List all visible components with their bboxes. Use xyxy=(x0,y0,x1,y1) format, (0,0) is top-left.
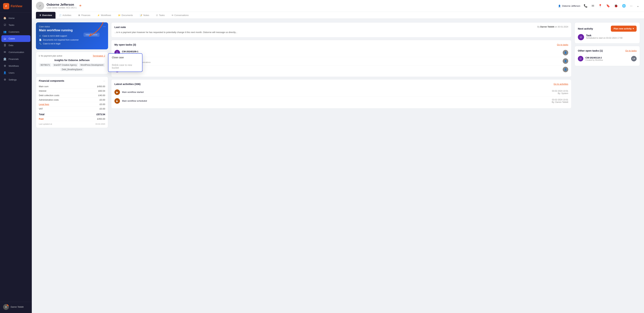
sidebar-item-users[interactable]: 👤 Users xyxy=(0,69,32,76)
tab-notes[interactable]: 📝 Notes xyxy=(136,12,152,19)
other-task-info-0: CW-20240118-2 Created by Workflow xyxy=(586,56,603,61)
relink-case-option[interactable]: Relink case to new bucket xyxy=(108,61,142,72)
task-avatar-0: 👤 xyxy=(563,50,568,55)
tasks-icon: ☑ xyxy=(3,23,6,27)
bug-icon[interactable]: 🐞 xyxy=(614,3,618,9)
settings-icon: ⚙ xyxy=(3,78,6,81)
financial-menu-icon[interactable]: ··· xyxy=(103,80,105,82)
other-tasks-title: Other open tasks (1) xyxy=(578,49,603,52)
visibility-icon[interactable]: 👁 xyxy=(79,4,82,8)
header-user: 👤 Osborne Jefferson xyxy=(558,5,580,7)
financial-title: Financial components xyxy=(39,80,64,82)
sidebar-label-financials: Financials xyxy=(8,58,19,60)
other-task-icon-0: ☑ xyxy=(578,56,583,61)
activity-item-1: ▶ Main workflow scheduled 03-02-2024 10:… xyxy=(114,97,568,105)
sidebar-item-tasks[interactable]: ☑ Tasks xyxy=(0,22,32,28)
logo-icon: F xyxy=(3,3,9,9)
documents-tab-icon: 📁 xyxy=(118,14,120,17)
case-number: Case owner number: ACC-DCI-1 xyxy=(46,7,77,9)
customers-icon: 👥 xyxy=(3,30,6,33)
data-icon: 🗄 xyxy=(3,44,6,47)
my-tasks-title: My open tasks (3) xyxy=(114,43,136,46)
financial-footer: Last updated at: 03-02-2024 xyxy=(39,123,105,125)
location-icon[interactable]: 📍 xyxy=(598,3,603,9)
financial-row-legal: Legal fees £0.00 xyxy=(39,102,105,107)
tab-workflows[interactable]: ⚡ Workflows xyxy=(94,12,114,19)
lr-avatar: LR xyxy=(631,56,636,61)
financials-icon: 🏦 xyxy=(3,58,6,61)
note-text: ...is in a payment plan however he has r… xyxy=(114,31,568,34)
last-note-card: Last note By Darren Tebbitt on 30-01-202… xyxy=(111,22,572,38)
sidebar-item-settings[interactable]: ⚙ Settings xyxy=(0,76,32,83)
communication-icon: ✉ xyxy=(3,51,6,54)
bookmark-icon[interactable]: 🔖 xyxy=(606,3,611,9)
sidebar-item-financials[interactable]: 🏦 Financials xyxy=(0,56,32,63)
phone-icon[interactable]: 📞 xyxy=(583,3,588,9)
tag-2: WordPress Development xyxy=(79,63,105,67)
next-task-title: Task xyxy=(586,34,622,37)
sidebar-item-home[interactable]: 🏠 Home xyxy=(0,15,32,22)
sidebar-item-communication[interactable]: ✉ Communication xyxy=(0,49,32,56)
tab-overview[interactable]: ⬆ Overview xyxy=(36,12,56,19)
other-task-id-0: CW-20240118-2 xyxy=(586,56,603,59)
sidebar-label-home: Home xyxy=(8,17,14,20)
financial-row-main: Main sum £450.00 xyxy=(39,84,105,89)
main-content: ♂ Osborne Jefferson Case owner number: A… xyxy=(32,0,644,313)
go-to-other-tasks-link[interactable]: Go to tasks xyxy=(625,49,636,52)
user-profile[interactable]: D 5 Darren Tebbitt xyxy=(0,302,32,313)
left-panel: ··· Case status Main workflow running In… xyxy=(36,22,108,309)
next-task-sub: Scheduled to start on 03-02-2024 17:59 xyxy=(586,37,622,39)
header-username: Osborne Jefferson xyxy=(562,5,580,7)
activities-card: Latest activities (336) Go to activities… xyxy=(111,79,572,109)
more-icon[interactable]: ··· xyxy=(629,4,633,9)
my-tasks-card: My open tasks (3) Go to tasks ☑ CW-20240… xyxy=(111,40,572,77)
sidebar-item-data[interactable]: 🗄 Data xyxy=(0,42,32,49)
financial-card: Financial components ··· Main sum £450.0… xyxy=(36,77,108,128)
activity-text-1: Main workflow scheduled xyxy=(122,100,147,102)
tab-finances[interactable]: 🏛 Finances xyxy=(75,12,94,19)
user-icon: 👤 xyxy=(558,5,561,7)
plan-activity-button[interactable]: Plan new activity ▾ xyxy=(611,26,636,32)
no-payment-text: No payment plan active xyxy=(41,55,62,57)
tab-documents[interactable]: 📁 Documents xyxy=(114,12,136,19)
sidebar-label-settings: Settings xyxy=(8,78,17,81)
activities-tab-icon: 📄 xyxy=(59,14,62,17)
task-item-1: ☑ CU-20240118-1 Custom - Review communic… xyxy=(114,57,568,65)
note-meta: By Darren Tebbitt on 30-01-2024 xyxy=(537,26,568,28)
financial-row-interest: Interest £83.54 xyxy=(39,89,105,93)
insights-title: Insights for Osborne Jefferson xyxy=(39,59,105,62)
go-to-activities-link[interactable]: Go to activities xyxy=(554,83,568,85)
tab-tasks[interactable]: ☑ Tasks xyxy=(152,12,168,19)
sidebar-item-workflows[interactable]: ⚙ Workflows xyxy=(0,63,32,69)
tab-conversations[interactable]: ✉ Conversations xyxy=(168,12,192,19)
other-tasks-card: Other open tasks (1) Go to tasks ☑ CW-20… xyxy=(574,46,640,66)
users-icon: 👤 xyxy=(3,71,6,74)
insights-card: ℹ No payment plan active Terminated: 2 I… xyxy=(36,52,108,74)
email-icon[interactable]: ✉ xyxy=(591,3,595,9)
chevron-down-icon[interactable]: ⌄ xyxy=(636,3,640,9)
asterisk-icon: ✳ xyxy=(39,35,41,37)
activity-meta-1: 03-02-2024 10:01 By: Darren Tebbitt xyxy=(552,99,568,103)
globe-icon[interactable]: 🌐 xyxy=(621,3,626,9)
next-task-item: ☑ Task Scheduled to start on 03-02-2024 … xyxy=(578,34,636,40)
terminated-link[interactable]: Terminated: 2 xyxy=(92,55,105,57)
check-item-legal: 🔧 Case is not in legal xyxy=(39,43,105,45)
check-item-docs: 📄 Documents not required from customer xyxy=(39,39,105,41)
document-icon: 📄 xyxy=(39,39,42,41)
tasks-tab-icon: ☑ xyxy=(156,14,158,17)
case-status-title: Main workflow running xyxy=(39,29,105,32)
other-task-item-0: ☑ CW-20240118-2 Created by Workflow LR xyxy=(578,55,636,63)
go-to-my-tasks-link[interactable]: Go to tasks xyxy=(557,43,568,46)
sidebar-item-customers[interactable]: 👥 Customers xyxy=(0,28,32,35)
tab-activities[interactable]: 📄 Activities xyxy=(56,12,75,19)
middle-panel: Last note By Darren Tebbitt on 30-01-202… xyxy=(111,22,572,309)
chevron-down-icon: ▾ xyxy=(633,27,634,30)
sidebar-item-cases[interactable]: 🗂 Cases xyxy=(1,35,30,42)
sidebar-label-tasks: Tasks xyxy=(8,24,14,26)
next-task-info: Task Scheduled to start on 03-02-2024 17… xyxy=(586,34,622,39)
case-title: Osborne Jefferson xyxy=(46,3,77,7)
close-case-option[interactable]: Close case xyxy=(108,54,142,61)
conversations-tab-icon: ✉ xyxy=(172,14,173,17)
check-item-debt: ✳ Case is not in debt support xyxy=(39,35,105,37)
case-info: Osborne Jefferson Case owner number: ACC… xyxy=(46,3,77,9)
